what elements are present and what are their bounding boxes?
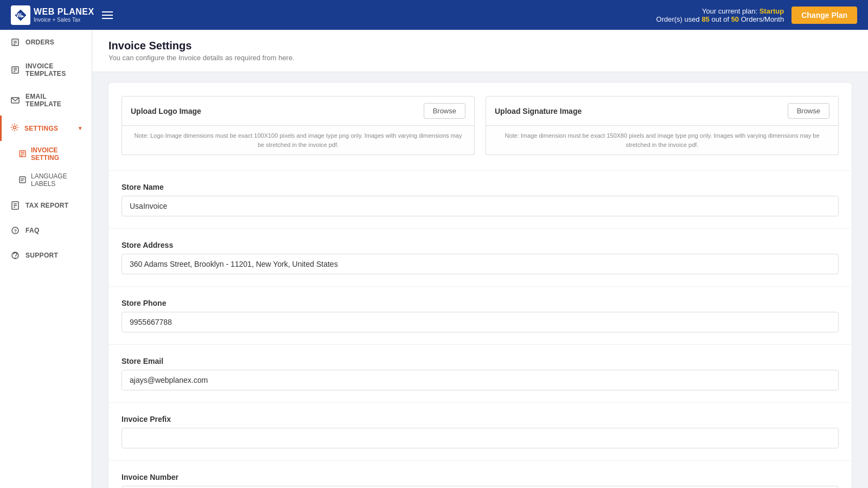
upload-signature-header: Upload Signature Image Browse [486,96,839,126]
upload-signature-section: Upload Signature Image Browse Note: Imag… [486,96,839,155]
sidebar-item-faq[interactable]: ? FAQ [0,218,92,243]
sidebar-invoice-setting-label: INVOICE SETTING [31,146,83,162]
store-name-input[interactable] [122,196,839,216]
sidebar-settings-label: SETTINGS [24,125,58,132]
upload-row: Upload Logo Image Browse Note: Logo Imag… [122,96,839,155]
chevron-down-icon: ▼ [78,125,83,131]
orders-icon [10,37,20,47]
sidebar-language-labels-label: LANGUAGE LABELS [31,172,83,188]
upload-logo-note: Note: Logo Image dimensions must be exac… [122,126,475,155]
settings-card: Upload Logo Image Browse Note: Logo Imag… [108,83,852,488]
sidebar-item-email-template[interactable]: EMAIL TEMPLATE [0,85,92,115]
logo-icon: W ▶ [11,5,30,25]
upload-signature-browse-button[interactable]: Browse [788,103,829,119]
divider-1 [108,170,852,171]
tax-report-icon [10,201,20,210]
sidebar-invoice-templates-label: INVOICE TEMPLATES [25,62,83,78]
store-phone-group: Store Phone [122,299,839,332]
divider-3 [108,286,852,287]
invoice-number-input[interactable] [122,486,839,488]
layout: ORDERS INVOICE TEMPLATES EMAIL TEMPL [0,30,868,488]
upload-signature-note: Note: Image dimension must be exact 150X… [486,126,839,155]
logo-text: WEB PLANEX Invoice + Sales Tax [34,7,94,23]
content-area: Upload Logo Image Browse Note: Logo Imag… [92,72,868,488]
plan-name: Startup [760,7,784,15]
settings-submenu: INVOICE SETTING LANGUAGE LABELS [0,141,92,193]
store-address-label: Store Address [122,241,839,249]
language-labels-icon [19,176,27,184]
change-plan-button[interactable]: Change Plan [792,7,857,24]
brand-sub: Invoice + Sales Tax [34,17,94,23]
sidebar-item-tax-report[interactable]: TAX REPORT [0,193,92,218]
upload-logo-browse-button[interactable]: Browse [424,103,465,119]
invoice-prefix-input[interactable] [122,428,839,448]
main-content: Invoice Settings You can configure the I… [92,30,868,488]
store-name-group: Store Name [122,183,839,216]
invoice-prefix-group: Invoice Prefix [122,415,839,448]
upload-signature-label: Upload Signature Image [495,107,582,115]
sidebar-email-template-label: EMAIL TEMPLATE [25,93,83,108]
invoice-prefix-label: Invoice Prefix [122,415,839,423]
logo: W ▶ WEB PLANEX Invoice + Sales Tax [11,5,94,25]
sidebar-support-label: SUPPORT [25,252,58,259]
plan-text: Your current plan: [702,7,757,15]
store-address-input[interactable] [122,254,839,274]
divider-6 [108,460,852,461]
sidebar-item-language-labels[interactable]: LANGUAGE LABELS [0,167,92,193]
sidebar-faq-label: FAQ [25,227,40,234]
sidebar-item-invoice-setting[interactable]: INVOICE SETTING [0,141,92,167]
orders-total: 50 [731,15,739,23]
plan-info: Your current plan: Startup Order(s) used… [656,7,784,23]
store-phone-label: Store Phone [122,299,839,307]
divider-4 [108,344,852,345]
orders-out-of: out of [711,15,729,23]
upload-logo-section: Upload Logo Image Browse Note: Logo Imag… [122,96,475,155]
page-header: Invoice Settings You can configure the I… [92,30,868,72]
page-description: You can configure the Invoice details as… [108,54,852,62]
upload-logo-header: Upload Logo Image Browse [122,96,475,126]
header-right: Your current plan: Startup Order(s) used… [656,7,857,24]
header-left: W ▶ WEB PLANEX Invoice + Sales Tax [11,5,113,25]
invoice-number-group: Invoice Number [122,473,839,488]
store-email-label: Store Email [122,357,839,365]
invoice-setting-icon [19,150,27,158]
store-name-label: Store Name [122,183,839,191]
faq-icon: ? [10,226,20,235]
orders-label: Order(s) used [656,15,700,23]
sidebar-item-support[interactable]: SUPPORT [0,243,92,268]
orders-unit: Orders/Month [741,15,784,23]
email-template-icon [10,95,20,105]
divider-2 [108,228,852,229]
divider-5 [108,402,852,403]
svg-rect-18 [20,177,25,183]
invoice-number-label: Invoice Number [122,473,839,481]
sidebar-tax-report-label: TAX REPORT [25,202,68,209]
sidebar: ORDERS INVOICE TEMPLATES EMAIL TEMPL [0,30,92,488]
hamburger-menu[interactable] [102,11,113,19]
svg-point-13 [14,126,16,129]
upload-logo-label: Upload Logo Image [131,107,201,115]
svg-point-28 [15,258,16,259]
sidebar-item-settings[interactable]: SETTINGS ▼ [0,115,92,141]
sidebar-orders-label: ORDERS [25,38,54,46]
settings-icon [10,123,19,133]
orders-used: 85 [701,15,709,23]
sidebar-item-invoice-templates[interactable]: INVOICE TEMPLATES [0,55,92,85]
invoice-templates-icon [10,65,20,75]
sidebar-item-orders[interactable]: ORDERS [0,30,92,55]
store-email-input[interactable] [122,370,839,390]
app-header: W ▶ WEB PLANEX Invoice + Sales Tax Your … [0,0,868,30]
store-address-group: Store Address [122,241,839,274]
store-email-group: Store Email [122,357,839,390]
brand-name: WEB PLANEX [34,7,94,17]
svg-text:?: ? [14,228,17,234]
support-icon [10,251,20,260]
page-title: Invoice Settings [108,40,852,52]
store-phone-input[interactable] [122,312,839,332]
